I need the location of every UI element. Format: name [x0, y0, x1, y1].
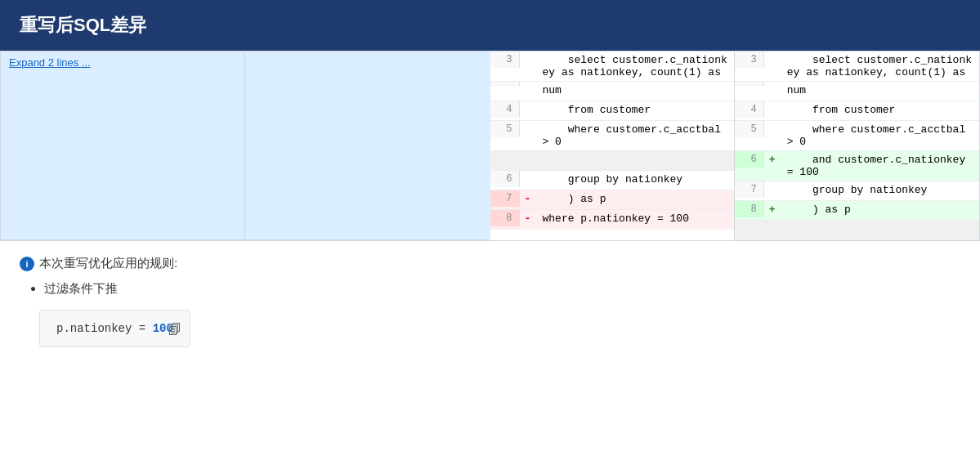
line-number: 7	[735, 181, 764, 198]
diff-container: Expand 2 lines ... 3 select customer.c_n…	[0, 51, 980, 241]
main-content: Expand 2 lines ... 3 select customer.c_n…	[0, 51, 980, 372]
info-title-text: 本次重写优化应用的规则:	[39, 256, 177, 271]
line-marker: -	[520, 210, 536, 227]
diff-line: 5 where customer.c_acctbal > 0	[490, 121, 734, 151]
expand-cell-right	[245, 51, 490, 239]
diff-line: 6+ and customer.c_nationkey = 100	[735, 151, 979, 181]
info-section: i 本次重写优化应用的规则: 过滤条件下推 p.nationkey = 100 …	[0, 241, 980, 355]
line-code: ) as p	[781, 201, 979, 218]
diff-panels: 3 select customer.c_nationkey as nationk…	[490, 51, 980, 240]
diff-line: 6 group by nationkey	[490, 171, 734, 190]
diff-line: num	[735, 82, 979, 101]
diff-line-empty	[735, 221, 979, 240]
line-number: 5	[490, 121, 520, 137]
line-marker	[520, 171, 536, 176]
expand-cell: Expand 2 lines ...	[1, 51, 245, 239]
info-icon: i	[20, 257, 34, 271]
line-code: num	[536, 82, 734, 99]
expand-row: Expand 2 lines ...	[1, 51, 490, 240]
line-marker: -	[520, 190, 536, 208]
rule-list: 过滤条件下推	[44, 281, 960, 297]
diff-line: 8-where p.nationkey = 100	[490, 210, 734, 230]
diff-panel-left: 3 select customer.c_nationkey as nationk…	[490, 51, 735, 240]
line-marker	[764, 121, 781, 126]
diff-line: 7 group by nationkey	[735, 181, 979, 201]
line-code: and customer.c_nationkey = 100	[781, 151, 979, 181]
diff-line: 3 select customer.c_nationkey as nationk…	[735, 51, 979, 82]
diff-line: 4 from customer	[735, 101, 979, 121]
line-code: num	[781, 82, 979, 99]
line-marker	[520, 82, 536, 87]
line-number: 4	[490, 101, 520, 118]
line-marker	[764, 51, 781, 56]
page-header: 重写后SQL差异	[0, 0, 980, 51]
info-title-row: i 本次重写优化应用的规则:	[20, 256, 960, 271]
line-code: where p.nationkey = 100	[536, 210, 734, 227]
code-prefix: p.nationkey =	[56, 322, 153, 335]
line-code: select customer.c_nationkey as nationkey…	[536, 51, 734, 81]
page-title: 重写后SQL差异	[20, 15, 146, 35]
line-code: from customer	[536, 101, 734, 118]
line-code: ) as p	[536, 190, 734, 208]
line-number	[490, 82, 520, 87]
diff-line: 5 where customer.c_acctbal > 0	[735, 121, 979, 151]
line-number: 5	[735, 121, 764, 137]
line-marker	[520, 101, 536, 106]
line-number: 7	[490, 190, 520, 207]
expand-link[interactable]: Expand 2 lines ...	[9, 56, 91, 69]
line-code: select customer.c_nationkey as nationkey…	[781, 51, 979, 81]
line-code: where customer.c_acctbal > 0	[536, 121, 734, 150]
line-number: 6	[490, 171, 520, 187]
diff-line: 3 select customer.c_nationkey as nationk…	[490, 51, 734, 82]
line-number: 8	[490, 210, 520, 226]
line-code: group by nationkey	[536, 171, 734, 188]
line-marker	[764, 181, 781, 186]
diff-line: 4 from customer	[490, 101, 734, 121]
rule-item: 过滤条件下推	[44, 281, 960, 297]
line-marker	[520, 121, 536, 126]
diff-line-empty	[490, 151, 734, 171]
line-marker	[764, 101, 781, 106]
diff-line: 7- ) as p	[490, 190, 734, 210]
diff-panel-right: 3 select customer.c_nationkey as nationk…	[735, 51, 979, 240]
copy-icon[interactable]: 🗐	[168, 323, 181, 338]
line-code: where customer.c_acctbal > 0	[781, 121, 979, 150]
line-number: 6	[735, 151, 764, 168]
line-marker: +	[764, 151, 781, 168]
line-code: from customer	[781, 101, 979, 118]
line-number	[735, 82, 764, 87]
diff-line: 8+ ) as p	[735, 201, 979, 221]
line-number: 8	[735, 201, 764, 217]
line-marker	[520, 51, 536, 56]
line-number: 3	[735, 51, 764, 68]
line-number: 3	[490, 51, 520, 68]
code-snippet: p.nationkey = 100 🗐	[39, 310, 190, 347]
diff-line: num	[490, 82, 734, 101]
line-marker	[764, 82, 781, 87]
line-marker: +	[764, 201, 781, 218]
line-number: 4	[735, 101, 764, 118]
line-code: group by nationkey	[781, 181, 979, 199]
